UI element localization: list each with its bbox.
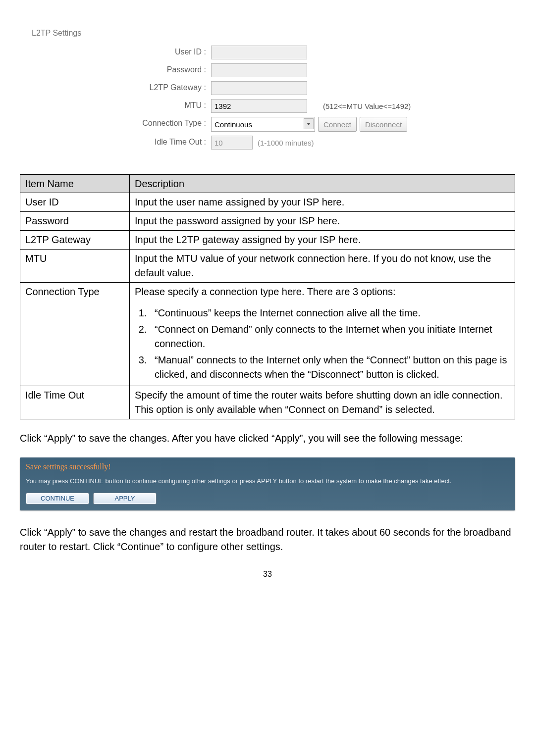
conn-lead: Please specify a connection type here. T… [135, 285, 510, 299]
table-row: L2TP Gateway Input the L2TP gateway assi… [20, 231, 515, 250]
continue-button[interactable]: CONTINUE [26, 493, 89, 504]
conn-option: “Connect on Demand” only connects to the… [150, 322, 510, 351]
table-row: Connection Type Please specify a connect… [20, 283, 515, 386]
l2tp-gateway-input[interactable] [211, 81, 307, 95]
idle-timeout-label: Idle Time Out : [20, 134, 208, 151]
table-row: Password Input the password assigned by … [20, 212, 515, 231]
idle-timeout-input[interactable] [211, 136, 253, 150]
l2tp-gateway-label: L2TP Gateway : [20, 79, 208, 97]
row-name: Password [20, 212, 130, 231]
table-row: Idle Time Out Specify the amount of time… [20, 386, 515, 419]
row-desc: Input the user name assigned by your ISP… [130, 193, 515, 212]
conn-option: “Manual” connects to the Internet only w… [150, 353, 510, 382]
connect-button[interactable]: Connect [318, 117, 357, 132]
page-number: 33 [20, 569, 515, 580]
l2tp-settings-panel: L2TP Settings User ID : Password : L2TP … [20, 20, 515, 159]
row-name: Connection Type [20, 283, 130, 386]
mtu-input[interactable] [211, 99, 307, 113]
row-desc: Input the MTU value of your network conn… [130, 250, 515, 283]
l2tp-section-title: L2TP Settings [20, 25, 515, 44]
mtu-label: MTU : [20, 97, 208, 115]
mtu-hint: (512<=MTU Value<=1492) [323, 101, 411, 111]
row-desc: Input the password assigned by your ISP … [130, 212, 515, 231]
idle-timeout-hint: (1-1000 minutes) [258, 138, 314, 148]
save-settings-panel: Save settings successfully! You may pres… [20, 457, 515, 510]
row-name: Idle Time Out [20, 386, 130, 419]
row-desc: Please specify a connection type here. T… [130, 283, 515, 386]
row-desc: Specify the amount of time the router wa… [130, 386, 515, 419]
table-header-name: Item Name [20, 175, 130, 193]
body-paragraph: Click “Apply” to save the changes. After… [20, 431, 515, 446]
connection-type-value: Continuous [214, 119, 252, 130]
disconnect-button[interactable]: Disconnect [360, 117, 407, 132]
table-header-desc: Description [130, 175, 515, 193]
table-row: MTU Input the MTU value of your network … [20, 250, 515, 283]
chevron-down-icon [304, 118, 314, 129]
body-paragraph: Click “Apply” to save the changes and re… [20, 525, 515, 554]
row-name: User ID [20, 193, 130, 212]
password-input[interactable] [211, 63, 307, 77]
row-name: L2TP Gateway [20, 231, 130, 250]
connection-type-select[interactable]: Continuous [211, 117, 315, 132]
connection-type-label: Connection Type : [20, 115, 208, 134]
row-name: MTU [20, 250, 130, 283]
user-id-label: User ID : [20, 44, 208, 61]
save-settings-message: You may press CONTINUE button to continu… [25, 477, 511, 491]
save-settings-title: Save settings successfully! [25, 459, 511, 476]
user-id-input[interactable] [211, 46, 307, 59]
row-desc: Input the L2TP gateway assigned by your … [130, 231, 515, 250]
conn-option: “Continuous” keeps the Internet connecti… [150, 306, 510, 320]
apply-button[interactable]: APPLY [93, 493, 157, 504]
table-row: User ID Input the user name assigned by … [20, 193, 515, 212]
password-label: Password : [20, 61, 208, 79]
description-table: Item Name Description User ID Input the … [20, 174, 515, 419]
